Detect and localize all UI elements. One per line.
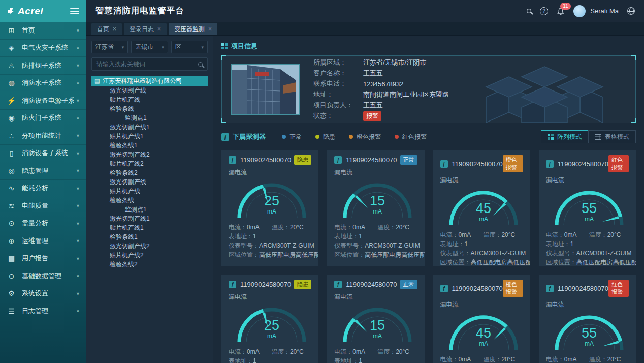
sidebar-item-7[interactable]: ∴ 分项用能统计 ∨	[0, 127, 86, 145]
tree-item[interactable]: 检验条线	[91, 104, 208, 113]
svg-text:mA: mA	[479, 216, 488, 223]
detail-field: 区域位置：高低压配电房高低压配电房高低压配电房	[229, 251, 318, 258]
chevron-down-icon: ▾	[162, 45, 164, 50]
sidebar-item-1[interactable]: ⊞ 首页 ∨	[0, 22, 86, 40]
tree-item[interactable]: 贴片机产线1	[91, 132, 208, 141]
sidebar-item-14[interactable]: ▤ 用户报告 ∨	[0, 250, 86, 268]
device-id: 11909024580070	[558, 285, 608, 292]
region-select-3[interactable]: 区 ▾	[171, 41, 208, 53]
legend-item-3: 橙色报警	[349, 133, 381, 141]
sidebar-item-2[interactable]: ◈ 电气火灾子系统 ∨	[0, 40, 86, 57]
project-field-value: 王五五	[363, 101, 383, 110]
detail-field: 温度：20°C	[589, 230, 621, 239]
detector-legend-row: ƒ 下属探测器 正常隐患橙色报警红色报警 阵列模式 表格模式	[221, 130, 636, 143]
detail-field: 仪表型号：ARCM300T-Z-GUIM	[334, 241, 420, 250]
tab-close-icon[interactable]: ×	[157, 25, 161, 33]
panel-corner	[221, 118, 226, 123]
tree-item[interactable]: 激光切割产线	[91, 86, 208, 95]
user-avatar[interactable]	[573, 5, 586, 17]
status-badge: 橙色报警	[503, 280, 523, 297]
search-icon[interactable]	[527, 9, 531, 13]
sidebar-item-3[interactable]: ♨ 防排烟子系统 ∨	[0, 57, 86, 75]
sidebar-item-4[interactable]: ◍ 消防水子系统 ∨	[0, 75, 86, 93]
detector-card-1[interactable]: ƒ 11909024580070 隐患 漏电流 25mA 电流：0mA温度：20…	[221, 150, 318, 266]
energy-analysis-icon: ∿	[7, 184, 16, 192]
sidebar-item-8[interactable]: ▯ 消防设备子系统 ∨	[0, 145, 86, 163]
region-select-2[interactable]: 无锡市 ▾	[131, 41, 168, 53]
sidebar-item-12[interactable]: ⊙ 需量分析 ∨	[0, 215, 86, 233]
chevron-down-icon: ∨	[76, 309, 80, 313]
chevron-down-icon: ∨	[76, 98, 80, 103]
device-details: 电流：0mA温度：20°C表地址：1仪表型号：ARCM300T-Z-GUIM区域…	[440, 230, 523, 266]
detail-field: 表地址：1	[334, 356, 362, 363]
sidebar-item-5[interactable]: ⚡ 消防设备电源子系统 ∨	[0, 92, 86, 110]
region-select-1[interactable]: 江苏省 ▾	[91, 41, 128, 53]
language-globe-icon[interactable]	[627, 7, 635, 15]
detector-card-2[interactable]: ƒ 11909024580070 正常 漏电流 15mA 电流：0mA温度：20…	[327, 150, 424, 266]
tree-item[interactable]: 激光切割产线1	[91, 123, 208, 132]
tab-close-icon[interactable]: ×	[113, 25, 116, 33]
device-id: 11909024580070	[240, 281, 291, 288]
panel-corner	[221, 55, 226, 60]
tree-item[interactable]: 监测点1	[91, 205, 208, 214]
grid-mode-button[interactable]: 阵列模式	[541, 130, 588, 143]
section-title: 项目信息	[231, 42, 257, 51]
tab-1[interactable]: 首页 ×	[91, 23, 122, 35]
chevron-down-icon: ∨	[76, 203, 80, 208]
sidebar-item-17[interactable]: ☰ 日志管理 ∨	[0, 302, 86, 320]
status-badge: 红色报警	[608, 155, 629, 172]
tree-item[interactable]: 检验条线2	[91, 260, 208, 269]
tree-item[interactable]: 激光切割产线1	[91, 214, 208, 223]
project-field-value: 12345678932	[363, 80, 404, 88]
detector-card-7[interactable]: ƒ 11909024580070 橙色报警 漏电流 45mA 电流：0mA温度：…	[433, 275, 530, 363]
tree-item[interactable]: 激光切割产线2	[91, 241, 208, 251]
detector-card-5[interactable]: ƒ 11909024580070 隐患 漏电流 25mA 电流：0mA温度：20…	[221, 275, 318, 363]
legend-item-1: 正常	[282, 133, 302, 141]
device-details: 电流：0mA温度：20°C表地址：1仪表型号：ARCM300T-Z-GUIM区域…	[546, 355, 629, 363]
tree-item[interactable]: 检验条线	[91, 196, 208, 205]
sidebar-item-16[interactable]: ⚙ 系统设置 ∨	[0, 285, 86, 303]
sidebar-item-15[interactable]: ⊜ 基础数据管理 ∨	[0, 267, 86, 285]
demand-analysis-icon: ⊙	[7, 219, 16, 227]
device-bolt-icon: ƒ	[334, 156, 342, 164]
tree-item[interactable]: 贴片机产线	[91, 95, 208, 104]
tab-close-icon[interactable]: ×	[208, 25, 212, 33]
tab-3[interactable]: 变压器监测 ×	[169, 23, 217, 35]
tree-item[interactable]: 检验条线1	[91, 141, 208, 150]
detector-card-4[interactable]: ƒ 11909024580070 红色报警 漏电流 55mA 电流：0mA温度：…	[539, 150, 636, 266]
svg-text:mA: mA	[373, 332, 382, 340]
sidebar-item-9[interactable]: ◎ 隐患管理 ∨	[0, 162, 86, 180]
tab-2[interactable]: 登录日志 ×	[124, 23, 167, 35]
tree-item[interactable]: 激光切割产线	[91, 177, 208, 187]
tree-item[interactable]: 贴片机产线2	[91, 251, 208, 260]
table-mode-button[interactable]: 表格模式	[588, 130, 636, 143]
tree-item[interactable]: 贴片机产线1	[91, 223, 208, 232]
tree-item[interactable]: 检验条线1	[91, 232, 208, 241]
tree-item[interactable]: 检验条线2	[91, 168, 208, 177]
tree-item[interactable]: 贴片机产线2	[91, 159, 208, 168]
section-grid-icon	[221, 43, 228, 49]
hamburger-menu-icon[interactable]	[70, 7, 79, 16]
help-icon[interactable]: ?	[540, 7, 548, 15]
detector-card-8[interactable]: ƒ 11909024580070 红色报警 漏电流 55mA 电流：0mA温度：…	[539, 275, 636, 363]
search-input[interactable]	[96, 60, 198, 68]
sidebar-item-11[interactable]: ≋ 电能质量 ∨	[0, 197, 86, 215]
tree-item[interactable]: 监测点1	[91, 113, 208, 123]
chevron-down-icon: ∨	[76, 186, 80, 191]
tab-bar: 首页 × 登录日志 × 变压器监测 ×	[86, 22, 644, 36]
tree-item[interactable]: 激光切割产线2	[91, 150, 208, 159]
detector-card-6[interactable]: ƒ 11909024580070 正常 漏电流 15mA 电流：0mA温度：20…	[327, 275, 424, 363]
fire-power-icon: ⚡	[7, 97, 16, 105]
tree-root-company[interactable]: ▤ 江苏安科瑞电器制造有限公司	[91, 76, 208, 86]
tree-item[interactable]: 贴片机产线	[91, 187, 208, 196]
project-fields: 所属区域：江苏省/无锡市/江阴市客户名称：王五五联系电话：12345678932…	[313, 57, 449, 122]
search-submit-icon[interactable]	[198, 62, 203, 67]
notifications-bell-icon[interactable]: 11	[557, 7, 565, 15]
user-name[interactable]: Serati Ma	[590, 7, 619, 15]
chevron-down-icon: ∨	[76, 116, 80, 120]
sidebar-item-10[interactable]: ∿ 能耗分析 ∨	[0, 180, 86, 198]
sidebar-item-13[interactable]: ⊕ 运维管理 ∨	[0, 232, 86, 250]
sidebar-item-6[interactable]: ◉ 防火门子系统 ∨	[0, 110, 86, 128]
detector-card-3[interactable]: ƒ 11909024580070 橙色报警 漏电流 45mA 电流：0mA温度：…	[433, 150, 530, 266]
view-mode-switch: 阵列模式 表格模式	[541, 130, 636, 143]
